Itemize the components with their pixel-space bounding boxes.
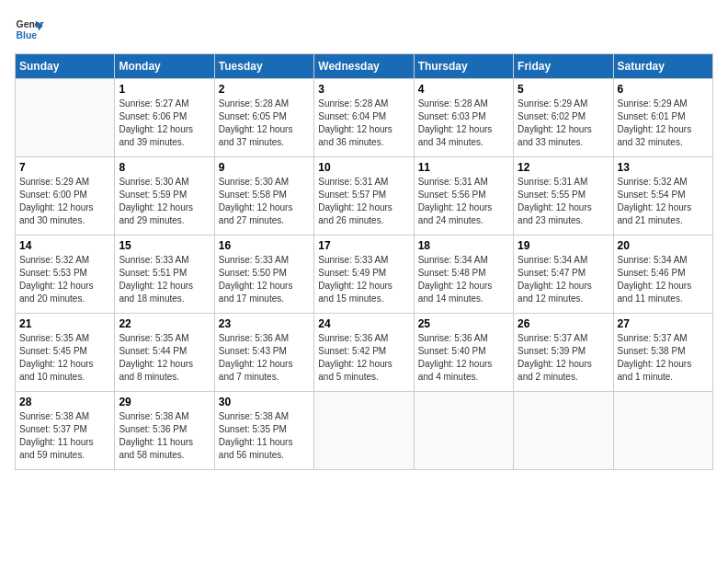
calendar-cell (414, 392, 513, 470)
day-number: 9 (219, 161, 310, 174)
calendar-cell: 17Sunrise: 5:33 AM Sunset: 5:49 PM Dayli… (314, 236, 414, 314)
day-info: Sunrise: 5:37 AM Sunset: 5:38 PM Dayligh… (618, 332, 709, 384)
day-number: 8 (119, 161, 210, 174)
day-info: Sunrise: 5:31 AM Sunset: 5:55 PM Dayligh… (518, 176, 609, 227)
calendar-cell: 13Sunrise: 5:32 AM Sunset: 5:54 PM Dayli… (613, 157, 712, 236)
day-info: Sunrise: 5:28 AM Sunset: 6:05 PM Dayligh… (219, 98, 310, 149)
day-info: Sunrise: 5:32 AM Sunset: 5:54 PM Dayligh… (618, 176, 709, 227)
calendar-cell: 5Sunrise: 5:29 AM Sunset: 6:02 PM Daylig… (514, 79, 613, 157)
calendar-cell: 6Sunrise: 5:29 AM Sunset: 6:01 PM Daylig… (613, 79, 712, 157)
calendar-cell: 24Sunrise: 5:36 AM Sunset: 5:42 PM Dayli… (314, 314, 414, 392)
day-number: 5 (518, 83, 609, 96)
day-number: 15 (119, 239, 210, 252)
calendar-cell: 21Sunrise: 5:35 AM Sunset: 5:45 PM Dayli… (16, 314, 115, 392)
day-number: 16 (219, 239, 310, 252)
calendar-cell: 2Sunrise: 5:28 AM Sunset: 6:05 PM Daylig… (214, 79, 313, 157)
day-number: 24 (318, 317, 409, 330)
logo: General Blue (15, 15, 44, 44)
calendar-cell (514, 392, 613, 470)
col-header-monday: Monday (115, 54, 214, 79)
calendar-cell: 10Sunrise: 5:31 AM Sunset: 5:57 PM Dayli… (314, 157, 414, 236)
day-info: Sunrise: 5:36 AM Sunset: 5:43 PM Dayligh… (219, 332, 310, 384)
header: General Blue (15, 15, 713, 44)
day-number: 22 (119, 317, 210, 330)
day-info: Sunrise: 5:34 AM Sunset: 5:46 PM Dayligh… (618, 254, 709, 305)
day-number: 27 (618, 317, 709, 330)
day-number: 21 (19, 317, 110, 330)
week-row-2: 7Sunrise: 5:29 AM Sunset: 6:00 PM Daylig… (16, 157, 713, 236)
day-info: Sunrise: 5:31 AM Sunset: 5:57 PM Dayligh… (318, 176, 409, 227)
day-info: Sunrise: 5:30 AM Sunset: 5:58 PM Dayligh… (219, 176, 310, 227)
col-header-thursday: Thursday (414, 54, 513, 79)
day-info: Sunrise: 5:28 AM Sunset: 6:03 PM Dayligh… (418, 98, 509, 149)
calendar-cell: 22Sunrise: 5:35 AM Sunset: 5:44 PM Dayli… (115, 314, 214, 392)
calendar-cell: 8Sunrise: 5:30 AM Sunset: 5:59 PM Daylig… (115, 157, 214, 236)
day-info: Sunrise: 5:38 AM Sunset: 5:35 PM Dayligh… (219, 410, 310, 462)
calendar-cell: 14Sunrise: 5:32 AM Sunset: 5:53 PM Dayli… (16, 236, 115, 314)
day-number: 2 (219, 83, 310, 96)
day-info: Sunrise: 5:38 AM Sunset: 5:36 PM Dayligh… (119, 410, 210, 462)
day-number: 10 (318, 161, 409, 174)
day-info: Sunrise: 5:29 AM Sunset: 6:01 PM Dayligh… (618, 98, 709, 149)
week-row-4: 21Sunrise: 5:35 AM Sunset: 5:45 PM Dayli… (16, 314, 713, 392)
col-header-wednesday: Wednesday (314, 54, 414, 79)
day-info: Sunrise: 5:32 AM Sunset: 5:53 PM Dayligh… (19, 254, 110, 305)
calendar-cell: 11Sunrise: 5:31 AM Sunset: 5:56 PM Dayli… (414, 157, 513, 236)
col-header-saturday: Saturday (613, 54, 712, 79)
day-number: 13 (618, 161, 709, 174)
day-number: 7 (19, 161, 110, 174)
calendar-cell: 27Sunrise: 5:37 AM Sunset: 5:38 PM Dayli… (613, 314, 712, 392)
calendar-cell (16, 79, 115, 157)
day-info: Sunrise: 5:33 AM Sunset: 5:51 PM Dayligh… (119, 254, 210, 305)
col-header-sunday: Sunday (16, 54, 115, 79)
calendar-cell: 30Sunrise: 5:38 AM Sunset: 5:35 PM Dayli… (214, 392, 313, 470)
calendar-cell: 18Sunrise: 5:34 AM Sunset: 5:48 PM Dayli… (414, 236, 513, 314)
day-number: 6 (618, 83, 709, 96)
day-number: 3 (318, 83, 409, 96)
day-number: 26 (518, 317, 609, 330)
day-info: Sunrise: 5:35 AM Sunset: 5:45 PM Dayligh… (19, 332, 110, 384)
day-number: 29 (119, 396, 210, 408)
day-number: 30 (219, 396, 310, 408)
day-number: 28 (19, 396, 110, 408)
day-number: 17 (318, 239, 409, 252)
week-row-5: 28Sunrise: 5:38 AM Sunset: 5:37 PM Dayli… (16, 392, 713, 470)
calendar-cell: 25Sunrise: 5:36 AM Sunset: 5:40 PM Dayli… (414, 314, 513, 392)
day-info: Sunrise: 5:37 AM Sunset: 5:39 PM Dayligh… (518, 332, 609, 384)
day-info: Sunrise: 5:35 AM Sunset: 5:44 PM Dayligh… (119, 332, 210, 384)
day-info: Sunrise: 5:30 AM Sunset: 5:59 PM Dayligh… (119, 176, 210, 227)
day-info: Sunrise: 5:38 AM Sunset: 5:37 PM Dayligh… (19, 410, 110, 462)
calendar-cell: 3Sunrise: 5:28 AM Sunset: 6:04 PM Daylig… (314, 79, 414, 157)
calendar-cell: 20Sunrise: 5:34 AM Sunset: 5:46 PM Dayli… (613, 236, 712, 314)
day-number: 1 (119, 83, 210, 96)
day-number: 12 (518, 161, 609, 174)
svg-text:Blue: Blue (17, 30, 38, 40)
day-info: Sunrise: 5:31 AM Sunset: 5:56 PM Dayligh… (418, 176, 509, 227)
calendar-cell (613, 392, 712, 470)
day-number: 23 (219, 317, 310, 330)
day-number: 4 (418, 83, 509, 96)
col-header-friday: Friday (514, 54, 613, 79)
calendar-cell: 16Sunrise: 5:33 AM Sunset: 5:50 PM Dayli… (214, 236, 313, 314)
day-info: Sunrise: 5:33 AM Sunset: 5:49 PM Dayligh… (318, 254, 409, 305)
calendar-cell: 29Sunrise: 5:38 AM Sunset: 5:36 PM Dayli… (115, 392, 214, 470)
day-number: 20 (618, 239, 709, 252)
calendar-cell: 28Sunrise: 5:38 AM Sunset: 5:37 PM Dayli… (16, 392, 115, 470)
calendar-cell: 23Sunrise: 5:36 AM Sunset: 5:43 PM Dayli… (214, 314, 313, 392)
calendar-cell: 4Sunrise: 5:28 AM Sunset: 6:03 PM Daylig… (414, 79, 513, 157)
day-info: Sunrise: 5:36 AM Sunset: 5:40 PM Dayligh… (418, 332, 509, 384)
calendar-cell: 12Sunrise: 5:31 AM Sunset: 5:55 PM Dayli… (514, 157, 613, 236)
day-info: Sunrise: 5:29 AM Sunset: 6:00 PM Dayligh… (19, 176, 110, 227)
day-info: Sunrise: 5:34 AM Sunset: 5:47 PM Dayligh… (518, 254, 609, 305)
calendar-cell: 26Sunrise: 5:37 AM Sunset: 5:39 PM Dayli… (514, 314, 613, 392)
day-number: 19 (518, 239, 609, 252)
calendar-cell (314, 392, 414, 470)
day-number: 14 (19, 239, 110, 252)
week-row-1: 1Sunrise: 5:27 AM Sunset: 6:06 PM Daylig… (16, 79, 713, 157)
day-number: 18 (418, 239, 509, 252)
calendar-cell: 7Sunrise: 5:29 AM Sunset: 6:00 PM Daylig… (16, 157, 115, 236)
week-row-3: 14Sunrise: 5:32 AM Sunset: 5:53 PM Dayli… (16, 236, 713, 314)
day-info: Sunrise: 5:36 AM Sunset: 5:42 PM Dayligh… (318, 332, 409, 384)
col-header-tuesday: Tuesday (214, 54, 313, 79)
calendar-cell: 19Sunrise: 5:34 AM Sunset: 5:47 PM Dayli… (514, 236, 613, 314)
